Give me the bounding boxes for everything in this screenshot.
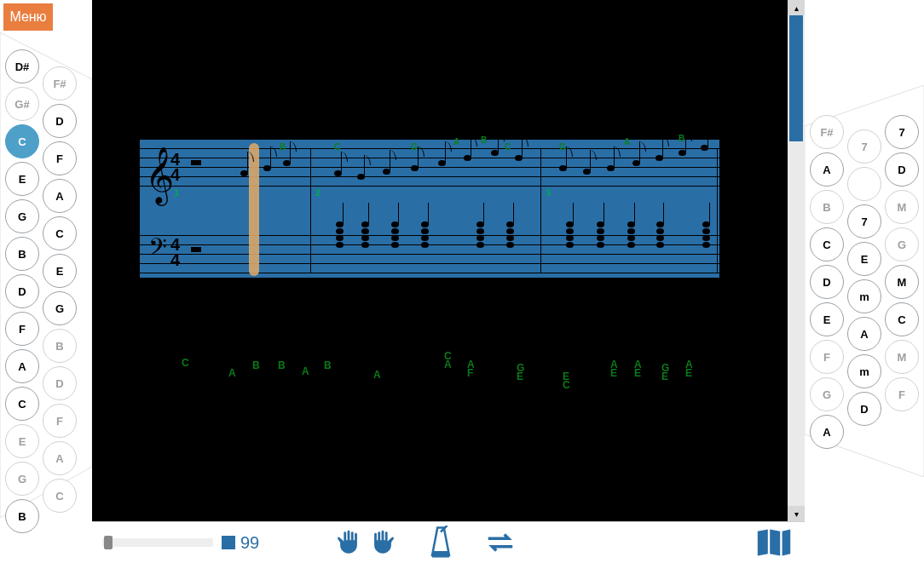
treble-rest — [191, 160, 201, 165]
time-signature-bass: 4 4 — [170, 237, 180, 267]
map-view-button[interactable] — [755, 527, 793, 558]
chord-stem — [663, 203, 664, 225]
letter-label: E — [634, 368, 641, 378]
left-key[interactable]: A — [5, 349, 39, 383]
staff-system: 𝄞 𝄢 4 4 4 4 1 2 3 — [140, 140, 719, 278]
treble-staff — [140, 148, 719, 195]
chord-stem — [709, 203, 710, 225]
chord-stem — [483, 203, 484, 225]
left-key[interactable]: D — [43, 366, 77, 400]
scroll-track[interactable] — [788, 15, 805, 506]
tempo-slider[interactable] — [102, 538, 213, 547]
chord-note-head — [566, 242, 574, 248]
left-key[interactable]: E — [5, 162, 39, 196]
time-signature-treble: 4 4 — [170, 152, 180, 182]
right-key[interactable]: A — [810, 415, 844, 449]
tempo-color-box — [222, 536, 235, 549]
right-key[interactable]: A — [847, 317, 881, 351]
right-key[interactable]: m — [847, 354, 881, 388]
treble-note-label: C — [505, 143, 511, 152]
right-key[interactable]: F — [810, 340, 844, 374]
left-key[interactable]: C — [5, 387, 39, 421]
scroll-up-arrow-icon[interactable]: ▴ — [788, 0, 805, 15]
left-key[interactable]: F — [5, 312, 39, 346]
left-key[interactable]: C — [5, 124, 39, 158]
letter-label: E — [661, 371, 668, 382]
right-key[interactable]: M — [885, 265, 919, 299]
hands-toggle[interactable] — [334, 527, 397, 558]
left-key[interactable]: A — [43, 441, 77, 475]
loop-button[interactable] — [484, 531, 517, 554]
right-key[interactable]: G — [810, 377, 844, 411]
letter-label: E — [517, 371, 523, 382]
left-key[interactable]: B — [5, 237, 39, 271]
left-key[interactable]: B — [43, 329, 77, 363]
right-key[interactable]: 7 — [885, 115, 919, 149]
measure-number: 3 — [546, 187, 551, 198]
right-key[interactable]: A — [810, 152, 844, 187]
left-key[interactable]: E — [5, 424, 39, 458]
right-key[interactable]: D — [885, 152, 919, 187]
note-flag — [685, 131, 692, 141]
right-key[interactable]: E — [810, 302, 844, 336]
scroll-down-arrow-icon[interactable]: ▾ — [788, 506, 805, 521]
score-canvas[interactable]: 𝄞 𝄢 4 4 4 4 1 2 3 — [109, 0, 788, 521]
right-key[interactable]: m — [847, 279, 881, 313]
metronome-button[interactable] — [428, 526, 453, 560]
chord-stem — [634, 203, 635, 225]
scroll-thumb[interactable] — [789, 15, 803, 141]
left-key[interactable]: G# — [5, 87, 39, 121]
right-key[interactable]: F — [885, 377, 919, 411]
right-key[interactable]: 7 — [847, 129, 881, 164]
right-key[interactable]: M — [885, 340, 919, 374]
right-key[interactable]: F# — [810, 115, 844, 149]
treble-note-label: C — [334, 143, 340, 152]
right-key[interactable]: D — [847, 392, 881, 426]
loop-icon — [484, 531, 517, 554]
playback-cursor[interactable] — [249, 143, 259, 276]
left-key[interactable]: D# — [5, 49, 39, 83]
menu-button[interactable]: Меню — [3, 3, 53, 31]
chord-note-head — [656, 235, 664, 241]
vertical-scrollbar[interactable]: ▴ ▾ — [788, 0, 805, 521]
left-key[interactable]: G — [43, 291, 77, 325]
chord-note-head — [627, 235, 635, 241]
left-key[interactable]: C — [43, 216, 77, 250]
letter-label: C — [182, 358, 189, 368]
left-key[interactable]: G — [5, 199, 39, 233]
left-key[interactable]: F — [43, 141, 77, 175]
right-key[interactable] — [847, 167, 881, 201]
treble-note-label: A — [453, 138, 459, 146]
left-key[interactable]: A — [43, 179, 77, 213]
left-key[interactable]: F — [43, 404, 77, 438]
note-flag — [707, 126, 714, 136]
treble-note-label: B — [481, 136, 487, 145]
left-key[interactable]: G — [5, 462, 39, 496]
chord-note-head — [361, 242, 369, 248]
right-key[interactable]: C — [810, 227, 844, 261]
right-key[interactable]: B — [810, 190, 844, 224]
hand-left-icon — [334, 527, 363, 558]
tempo-value: 99 — [240, 533, 259, 553]
left-key[interactable]: C — [43, 479, 77, 513]
chord-note-head — [421, 235, 429, 241]
chord-note-head — [336, 242, 344, 248]
chord-note-head — [421, 228, 429, 234]
left-key[interactable]: D — [5, 274, 39, 308]
left-key[interactable]: B — [5, 499, 39, 533]
right-key[interactable]: 7 — [847, 204, 881, 238]
right-key[interactable]: C — [885, 302, 919, 336]
left-key[interactable]: E — [43, 254, 77, 288]
chord-note-head — [336, 235, 344, 241]
note-flag — [498, 131, 505, 141]
right-key[interactable]: G — [885, 227, 919, 261]
chord-note-head — [702, 242, 710, 248]
treble-note-label: B — [679, 135, 684, 143]
right-key[interactable]: D — [810, 265, 844, 299]
tempo-slider-thumb[interactable] — [104, 536, 113, 549]
right-key[interactable]: M — [885, 190, 919, 224]
letter-label: A — [373, 370, 381, 380]
left-key[interactable]: F# — [43, 66, 77, 101]
right-key[interactable]: E — [847, 242, 881, 276]
left-key[interactable]: D — [43, 104, 77, 138]
